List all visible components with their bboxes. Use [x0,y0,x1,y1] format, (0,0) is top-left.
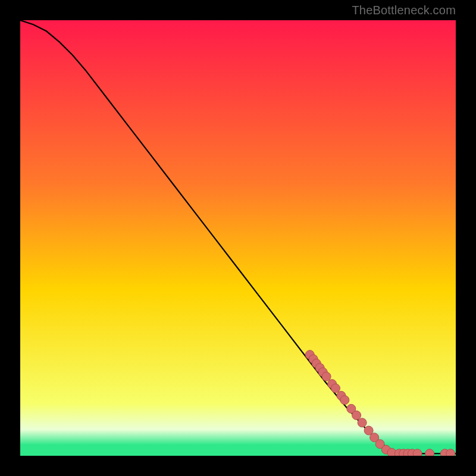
gradient-background [20,20,456,456]
data-marker [413,449,422,456]
data-marker [331,384,340,393]
data-marker [446,449,455,456]
watermark-text: TheBottleneck.com [352,4,456,17]
chart-frame [19,19,457,457]
chart-svg [20,20,456,456]
data-marker [352,411,361,419]
data-marker [358,418,367,427]
data-marker [425,449,434,456]
plot-area [20,20,456,456]
data-marker [340,396,349,405]
data-marker [322,372,331,381]
